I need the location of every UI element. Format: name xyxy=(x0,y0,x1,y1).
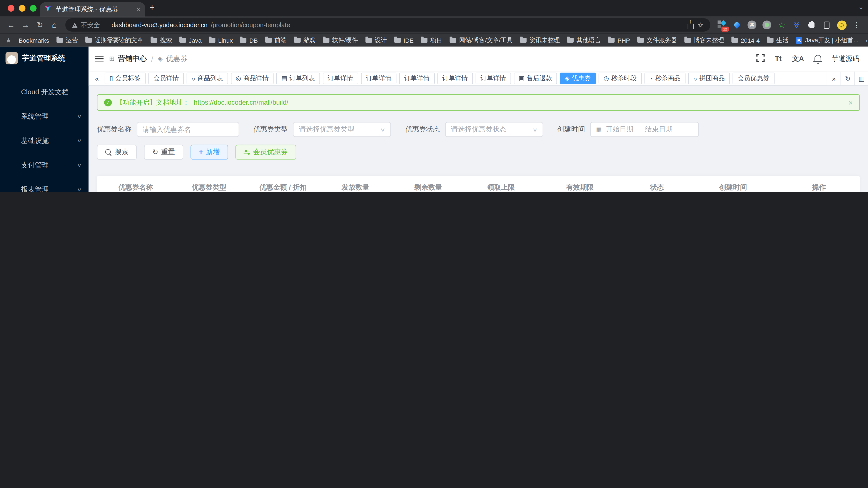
notice-close-icon[interactable]: × xyxy=(848,98,852,107)
bookmarks-label[interactable]: Bookmarks xyxy=(19,37,49,44)
bookmark-folder[interactable]: 文件服务器 xyxy=(637,36,677,45)
bookmark-folder[interactable]: 搜索 xyxy=(151,36,172,45)
sidebar-menu-item[interactable]: 支付管理 ∨ xyxy=(0,153,89,177)
page-tab[interactable]: ◈ 优惠券 xyxy=(560,73,596,84)
browser-tab[interactable]: 芋道管理系统 - 优惠券 × xyxy=(40,2,145,17)
bookmark-folder[interactable]: 2014-4 xyxy=(731,37,760,44)
page-tab[interactable]: ○ 商品列表 xyxy=(187,73,228,84)
forward-button[interactable]: → xyxy=(19,21,32,29)
folder-icon xyxy=(684,38,691,42)
font-size-icon[interactable]: Tt xyxy=(775,55,781,63)
share-icon[interactable] xyxy=(688,24,694,29)
layout-columns-icon[interactable]: ▥ xyxy=(854,71,868,86)
page-tab[interactable]: ○ 拼团商品 xyxy=(688,73,730,84)
page-tab[interactable]: 订单详情 xyxy=(323,73,358,84)
coupon-name-label: 优惠券名称 xyxy=(97,125,131,134)
bookmark-folder[interactable]: DB xyxy=(240,37,258,44)
bookmark-label: 生活 xyxy=(776,36,788,45)
folder-icon xyxy=(365,38,372,42)
user-menu[interactable]: 芋道源码 xyxy=(832,54,859,63)
extension-pin-icon[interactable]: 12 xyxy=(717,20,727,30)
security-warning-icon[interactable]: ! xyxy=(72,22,78,27)
sidebar-menu-item[interactable]: 报表管理 ∨ xyxy=(0,177,89,192)
tab-close-icon[interactable]: × xyxy=(136,5,141,13)
page-tab[interactable]: 订单详情 xyxy=(437,73,473,84)
bookmark-folder[interactable]: IDE xyxy=(394,37,413,44)
page-tab[interactable]: 订单详情 xyxy=(475,73,511,84)
browser-menu-icon[interactable]: ⋮ xyxy=(852,20,862,30)
refresh-page-icon[interactable]: ↻ xyxy=(841,71,855,86)
tabs-scroll-right-icon[interactable]: » xyxy=(827,71,841,86)
bookmark-folder[interactable]: 其他语言 xyxy=(567,36,601,45)
page-tab[interactable]: ▤ 订单列表 xyxy=(277,73,320,84)
macos-traffic-lights[interactable] xyxy=(8,5,36,12)
bookmark-folder[interactable]: 近期需要读的文章 xyxy=(85,36,143,45)
sidebar-menu-item[interactable]: Cloud 开发文档 xyxy=(0,80,89,104)
bookmark-star-icon[interactable]: ☆ xyxy=(697,21,704,29)
coupon-type-label: 优惠券类型 xyxy=(253,125,288,134)
notice-text: 【功能开启】文档地址： xyxy=(116,98,189,107)
minimize-window-button[interactable] xyxy=(19,5,26,12)
tab-search-chevron-icon[interactable]: ⌄ xyxy=(858,3,864,11)
notice-link[interactable]: https://doc.iocoder.cn/mall/build/ xyxy=(194,98,288,107)
extension-star-icon[interactable]: ☆ xyxy=(777,20,787,30)
address-bar[interactable]: ! 不安全 dashboard-vue3.yudao.iocoder.cn /p… xyxy=(65,18,710,32)
page-tab[interactable]: 会员优惠券 xyxy=(733,73,774,84)
home-button[interactable]: ⌂ xyxy=(48,21,61,29)
reload-button[interactable]: ↻ xyxy=(33,21,46,29)
filter-form: 优惠券名称 优惠券类型 请选择优惠券类型 ∨ 优惠券状态 请选择优惠券状态 xyxy=(97,122,860,137)
extension-chevrons-icon[interactable]: ≫ xyxy=(792,20,802,30)
bookmark-folder[interactable]: 生活 xyxy=(767,36,788,45)
bookmark-folder[interactable]: 游戏 xyxy=(294,36,315,45)
tabs-scroll-left-icon[interactable]: « xyxy=(92,75,102,83)
bookmarks-star-icon[interactable]: ★ xyxy=(5,36,11,44)
extension-drop-icon[interactable] xyxy=(732,20,742,30)
coupon-type-select[interactable]: 请选择优惠券类型 ∨ xyxy=(293,122,391,137)
page-tab[interactable]: 会员详情 xyxy=(149,73,184,84)
device-frame-icon[interactable] xyxy=(822,20,832,30)
new-tab-button[interactable]: + xyxy=(150,3,155,13)
sidebar-menu-item[interactable]: 基础设施 ∨ xyxy=(0,128,89,153)
page-tab[interactable]: ▯ 会员标签 xyxy=(104,73,146,84)
page-tab[interactable]: ◎ 商品详情 xyxy=(231,73,274,84)
collapse-menu-icon[interactable] xyxy=(95,56,103,62)
url-path: /promotion/coupon-template xyxy=(211,22,685,28)
extension-command-icon[interactable]: ⌘ xyxy=(747,20,757,30)
coupon-status-select[interactable]: 请选择优惠券状态 ∨ xyxy=(445,122,543,137)
coupon-name-input[interactable] xyxy=(143,125,233,134)
bookmark-folder[interactable]: 前端 xyxy=(265,36,286,45)
language-icon[interactable]: 文A xyxy=(792,54,804,63)
app-logo-row[interactable]: 芋道管理系统 xyxy=(0,47,89,68)
bookmark-folder[interactable]: 设计 xyxy=(365,36,387,45)
extensions-puzzle-icon[interactable] xyxy=(807,20,817,30)
bookmark-folder[interactable]: 软件/硬件 xyxy=(323,36,358,45)
bookmark-folder[interactable]: 项目 xyxy=(421,36,442,45)
profile-avatar[interactable]: ☺ xyxy=(837,20,847,30)
extension-record-icon[interactable] xyxy=(762,20,772,30)
maximize-window-button[interactable] xyxy=(30,5,37,12)
date-range-picker[interactable]: ▦ 开始日期 – 结束日期 xyxy=(590,122,699,137)
page-tab[interactable]: 订单详情 xyxy=(399,73,434,84)
bookmark-java-group[interactable]: B Java开发 | 小组首... xyxy=(796,36,859,45)
notification-bell-icon[interactable] xyxy=(814,55,821,61)
member-coupon-button[interactable]: 会员优惠券 xyxy=(236,145,296,160)
page-tab[interactable]: 订单详情 xyxy=(361,73,396,84)
add-button[interactable]: + 新增 xyxy=(190,145,228,160)
page-tab[interactable]: ◔ 秒杀商品 xyxy=(644,73,686,84)
bookmark-folder[interactable]: PHP xyxy=(608,37,630,44)
search-button[interactable]: 搜索 xyxy=(97,145,137,160)
bookmark-folder[interactable]: Linux xyxy=(209,37,232,44)
page-tab[interactable]: ▣ 售后退款 xyxy=(514,73,557,84)
close-window-button[interactable] xyxy=(8,5,14,12)
bookmark-folder[interactable]: 运营 xyxy=(56,36,78,45)
bookmark-folder[interactable]: 博客未整理 xyxy=(684,36,724,45)
sidebar-menu-item[interactable]: 系统管理 ∨ xyxy=(0,104,89,128)
bookmark-folder[interactable]: Java xyxy=(179,37,202,44)
bookmarks-overflow-icon[interactable]: » xyxy=(866,37,868,44)
bookmark-folder[interactable]: 资讯未整理 xyxy=(520,36,560,45)
bookmark-folder[interactable]: 网站/博客/文章/工具 xyxy=(450,36,513,45)
page-tab[interactable]: ◷ 秒杀时段 xyxy=(598,73,642,84)
reset-button[interactable]: ↻ 重置 xyxy=(144,145,183,160)
fullscreen-icon[interactable] xyxy=(756,54,765,64)
back-button[interactable]: ← xyxy=(4,21,18,29)
